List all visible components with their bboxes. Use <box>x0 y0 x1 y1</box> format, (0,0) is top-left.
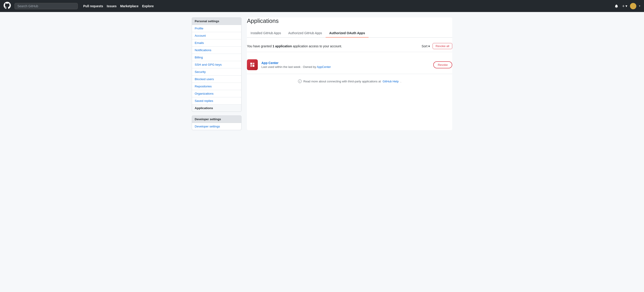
app-count-actions: Sort ▾ Revoke all <box>422 43 452 49</box>
tab-authorized-github-apps[interactable]: Authorized GitHub Apps <box>285 29 326 38</box>
sidebar-item-blocked-users[interactable]: Blocked users <box>192 76 241 83</box>
sidebar-nav: Profile Account Emails Notifications Bil… <box>192 25 242 112</box>
sidebar-item-notifications[interactable]: Notifications <box>192 47 241 54</box>
app-count-bar: You have granted 1 application applicati… <box>247 43 452 52</box>
sidebar-section2: Developer settings Developer settings <box>192 115 242 130</box>
avatar[interactable] <box>630 3 636 9</box>
marketplace-link[interactable]: Marketplace <box>120 4 138 8</box>
sidebar: Personal settings Profile Account Emails… <box>192 18 242 130</box>
new-dropdown-button[interactable]: ▾ <box>622 4 627 8</box>
sidebar-item-profile[interactable]: Profile <box>192 25 241 32</box>
pull-requests-link[interactable]: Pull requests <box>83 4 103 8</box>
tab-installed-github-apps[interactable]: Installed GitHub Apps <box>247 29 285 38</box>
sidebar-item-emails[interactable]: Emails <box>192 39 241 47</box>
app-meta: Last used within the last week · Owned b… <box>262 65 430 69</box>
github-help-link[interactable]: GitHub Help <box>382 80 399 83</box>
revoke-all-button[interactable]: Revoke all <box>432 43 452 49</box>
sidebar-developer-settings[interactable]: Developer settings <box>192 123 241 130</box>
info-icon: i <box>298 80 302 83</box>
app-info: App Center Last used within the last wee… <box>262 61 430 69</box>
sort-chevron-icon: ▾ <box>428 44 430 48</box>
sidebar-item-organizations[interactable]: Organizations <box>192 90 241 97</box>
explore-link[interactable]: Explore <box>142 4 154 8</box>
sidebar-item-billing[interactable]: Billing <box>192 54 241 61</box>
svg-rect-1 <box>252 63 254 65</box>
page-title: Applications <box>247 18 452 25</box>
app-owner-link[interactable]: AppCenter <box>317 65 331 69</box>
tabs-bar: Installed GitHub Apps Authorized GitHub … <box>247 29 452 38</box>
revoke-button[interactable]: Revoke <box>433 61 452 68</box>
sidebar-item-account[interactable]: Account <box>192 32 241 39</box>
navbar: Pull requests Issues Marketplace Explore… <box>0 0 644 12</box>
search-input[interactable] <box>14 3 78 9</box>
sidebar-section2-nav: Developer settings <box>192 123 242 130</box>
issues-link[interactable]: Issues <box>107 4 117 8</box>
sidebar-section2-title: Developer settings <box>192 115 242 123</box>
svg-rect-0 <box>250 63 252 65</box>
info-note-period: . <box>400 80 401 83</box>
sidebar-item-security[interactable]: Security <box>192 68 241 76</box>
sidebar-item-applications[interactable]: Applications <box>192 105 241 112</box>
info-note: i Read more about connecting with third-… <box>247 80 452 83</box>
sidebar-section-title: Personal settings <box>192 18 242 25</box>
sidebar-item-repositories[interactable]: Repositories <box>192 83 241 90</box>
main-content: Applications Installed GitHub Apps Autho… <box>247 18 452 130</box>
navbar-actions: ▾ ▾ <box>614 3 640 9</box>
github-logo-icon[interactable] <box>4 2 11 11</box>
avatar-dropdown-icon[interactable]: ▾ <box>639 5 640 8</box>
app-item: App Center Last used within the last wee… <box>247 56 452 74</box>
navbar-links: Pull requests Issues Marketplace Explore <box>83 4 610 8</box>
app-name-link[interactable]: App Center <box>262 61 278 65</box>
sidebar-item-saved-replies[interactable]: Saved replies <box>192 97 241 105</box>
sort-button[interactable]: Sort ▾ <box>422 44 430 48</box>
notifications-button[interactable] <box>614 4 619 9</box>
page-layout: Personal settings Profile Account Emails… <box>186 18 458 130</box>
sidebar-item-ssh-gpg-keys[interactable]: SSH and GPG keys <box>192 61 241 68</box>
svg-rect-2 <box>250 65 252 67</box>
tab-authorized-oauth-apps[interactable]: Authorized OAuth Apps <box>326 29 368 38</box>
svg-rect-3 <box>252 65 254 67</box>
app-center-icon <box>247 59 258 70</box>
app-count-text: You have granted 1 application applicati… <box>247 44 342 48</box>
